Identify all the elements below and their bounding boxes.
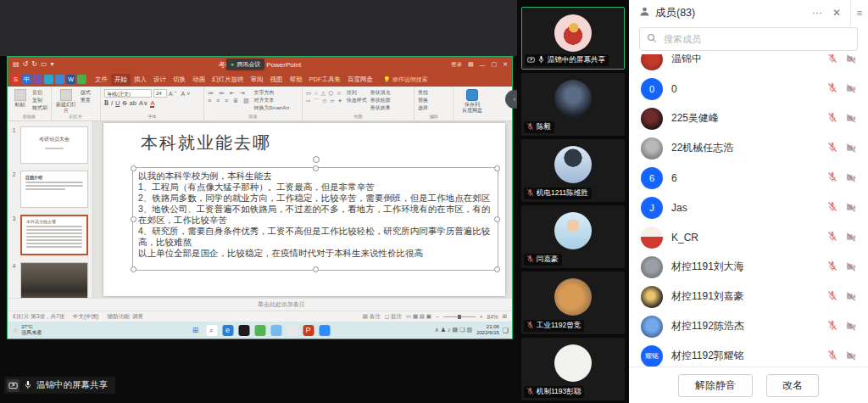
meeting-floating-chip[interactable]: ● 腾讯会议 [226, 59, 264, 70]
member-row[interactable]: JJas [629, 193, 868, 222]
addin-icon[interactable] [77, 75, 86, 84]
zoom-out-button[interactable]: − [436, 314, 439, 320]
resize-handle[interactable] [494, 216, 500, 222]
video-tile[interactable]: 闫嘉豪 [521, 205, 625, 268]
powerpoint-icon[interactable]: P [303, 325, 314, 336]
rename-button[interactable]: 改名 [766, 374, 819, 397]
member-row[interactable]: 材控1191刘嘉豪 [629, 282, 868, 311]
camera-muted-icon[interactable] [846, 171, 856, 186]
camera-muted-icon[interactable] [846, 81, 856, 97]
camera-muted-icon[interactable] [846, 349, 856, 364]
taskbar-clock[interactable]: 21:06 2022/6/15 [476, 324, 499, 336]
slide-thumbnail-2[interactable]: 自我介绍 [20, 171, 88, 208]
mic-muted-icon[interactable] [827, 319, 837, 334]
slide-text-box[interactable]: 以我的本科学校为例，本科生能去1、工程局（有点像大猛子那种）。工资最高，但是非常… [132, 167, 498, 271]
mic-muted-icon[interactable] [827, 54, 837, 67]
resize-handle[interactable] [131, 165, 136, 171]
unmute-button[interactable]: 解除静音 [678, 374, 753, 397]
resize-handle[interactable] [131, 216, 136, 222]
ppt-tab-动画[interactable]: 动画 [189, 74, 209, 86]
notification-icon[interactable]: ❑ [503, 327, 509, 334]
ppt-tab-文件[interactable]: 文件 [92, 74, 111, 86]
paragraph-command[interactable]: 转换为SmartArt [254, 104, 290, 111]
rotate-handle[interactable] [313, 156, 320, 163]
clipboard-command[interactable]: 格式刷 [32, 104, 47, 111]
signin-button[interactable]: 登录 [451, 61, 462, 69]
camera-muted-icon[interactable] [846, 230, 856, 245]
redo-icon[interactable]: ↻ [31, 61, 37, 68]
resize-handle[interactable] [494, 266, 500, 272]
more-options-icon[interactable]: ··· [812, 7, 822, 19]
ppt-tab-切换[interactable]: 切换 [170, 74, 189, 86]
addin-icon[interactable]: S [11, 75, 20, 84]
ppt-tab-设计[interactable]: 设计 [150, 74, 170, 86]
resize-handle[interactable] [313, 165, 319, 171]
camera-muted-icon[interactable] [846, 200, 856, 215]
resize-handle[interactable] [494, 165, 500, 171]
qq-icon[interactable] [238, 325, 249, 336]
ppt-tab-插入[interactable]: 插入 [131, 74, 150, 86]
save-icon[interactable]: ▤ [13, 61, 19, 68]
clipboard-command[interactable]: 剪切 [32, 89, 47, 96]
search-icon[interactable]: ⌕ [206, 325, 217, 336]
editing-command[interactable]: 选择 [418, 104, 428, 111]
mic-muted-icon[interactable] [827, 111, 837, 126]
video-tile[interactable]: 工业1192曾竞 [521, 271, 625, 334]
addin-icon[interactable] [44, 75, 53, 84]
close-panel-icon[interactable]: ✕ [832, 7, 841, 19]
shapes-gallery[interactable]: ▭ ○ △ ⬠ ☆ [306, 89, 343, 97]
wechat-icon[interactable] [254, 325, 265, 336]
addin-icon[interactable] [55, 75, 64, 84]
quick-styles-button[interactable]: 快速样式 [347, 97, 367, 104]
font-grow-shrink-icons[interactable]: Aˆ A˅ [169, 90, 192, 98]
shape-format-command[interactable]: 形状效果 [370, 104, 391, 111]
member-row[interactable]: 00 [629, 74, 868, 104]
comments-toggle[interactable]: ◻ 批注 [385, 313, 402, 321]
accessibility-status[interactable]: 辅助功能: 调查 [107, 313, 143, 321]
ribbon-display-icon[interactable]: ▤ [468, 61, 474, 68]
language-indicator[interactable]: 中文(中国) [73, 313, 98, 321]
taskbar-weather-widget[interactable]: ☼ 27°C 强风来袭 [12, 324, 42, 336]
view-buttons[interactable]: ▭ ▦ ▤ ▣ [406, 313, 431, 320]
member-search-box[interactable] [639, 27, 858, 51]
list-buttons[interactable]: ≔ ≕ ⇤ ⇥ [208, 89, 251, 97]
paste-button[interactable]: 粘贴 [11, 89, 29, 108]
tray-icon[interactable]: ▥ [467, 327, 473, 333]
paragraph-command[interactable]: 文字方向 [254, 89, 290, 96]
tray-icons[interactable]: ∧♟♪▤❏▥ [434, 327, 473, 333]
edge-icon[interactable]: e [222, 325, 233, 336]
tray-icon[interactable]: ▤ [453, 327, 459, 333]
calculator-icon[interactable] [287, 325, 298, 336]
notes-toggle[interactable]: ▤ 备注 [363, 313, 381, 321]
member-row[interactable]: 材控1192陈浩杰 [629, 311, 868, 341]
align-buttons[interactable]: ≡ ≡ ≡ ≣ ▥ [208, 97, 251, 104]
member-row[interactable]: K_CR [629, 222, 868, 252]
close-button[interactable]: ✕ [503, 61, 508, 68]
shape-format-command[interactable]: 形状填充 [370, 89, 391, 96]
ppt-tab-PDF工具集[interactable]: PDF工具集 [306, 74, 345, 86]
member-row[interactable]: 温锦中 [629, 54, 868, 74]
paragraph-command[interactable]: 对齐文本 [254, 97, 290, 104]
member-row[interactable]: 225吴健峰 [629, 104, 868, 133]
camera-muted-icon[interactable] [846, 141, 856, 156]
ppt-tab-开始[interactable]: 开始 [111, 74, 131, 86]
ppt-tab-视图[interactable]: 视图 [267, 74, 287, 86]
zoom-slider[interactable] [443, 316, 476, 317]
shape-format-command[interactable]: 形状轮廓 [370, 97, 391, 104]
tray-icon[interactable]: ♪ [448, 327, 451, 333]
member-row[interactable]: 66 [629, 163, 868, 193]
video-tile[interactable]: 陈毅 [521, 73, 625, 136]
editing-command[interactable]: 查找 [418, 89, 428, 96]
panel-menu-icon[interactable]: ≡ [850, 0, 868, 25]
start-icon[interactable]: ⊞ [190, 325, 201, 336]
mic-muted-icon[interactable] [827, 289, 837, 305]
slide-title[interactable]: 本科就业能去哪 [141, 132, 271, 154]
resize-handle[interactable] [313, 266, 319, 272]
slide-thumbnail-3[interactable]: 本科就业能去哪 [20, 215, 88, 255]
member-search-input[interactable] [662, 33, 850, 45]
meeting-icon[interactable] [319, 325, 330, 336]
addin-icon[interactable]: 中 [22, 75, 31, 84]
member-row[interactable]: 22机械任志浩 [629, 133, 868, 163]
editing-command[interactable]: 替换 [418, 97, 428, 104]
font-size-box[interactable]: 24 [153, 89, 167, 98]
